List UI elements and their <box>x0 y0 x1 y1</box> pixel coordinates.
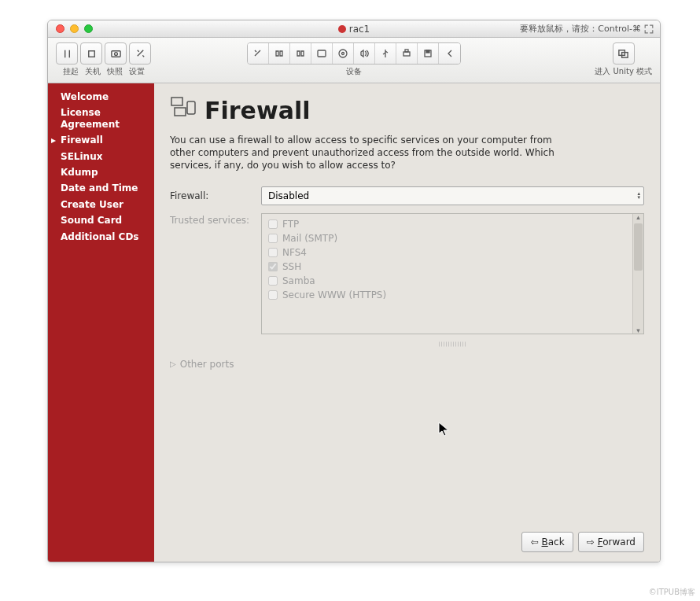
titlebar: rac1 要释放鼠标，请按：Control-⌘ <box>48 20 660 38</box>
service-checkbox[interactable] <box>268 248 278 257</box>
svg-rect-0 <box>88 50 94 57</box>
arrow-right-icon: ⇨ <box>587 536 595 548</box>
service-label: NFS4 <box>282 247 307 258</box>
svg-rect-3 <box>318 50 326 57</box>
sidebar-item-date[interactable]: Date and Time <box>54 183 148 194</box>
service-label: Mail (SMTP) <box>282 233 337 244</box>
services-scrollbar[interactable] <box>632 214 643 334</box>
services-row: Trusted services: FTP Mail (SMTP) NFS4 S… <box>170 213 644 334</box>
other-ports-expander[interactable]: ▷ Other ports <box>170 359 644 370</box>
power-group: 挂起 关机 快照 设置 <box>56 42 151 77</box>
devices-label: 设备 <box>346 66 362 77</box>
chevron-right-icon: ▷ <box>170 359 176 368</box>
power-labels: 挂起 关机 快照 设置 <box>63 66 145 77</box>
sidebar: Welcome License Agreement Firewall SELin… <box>48 83 154 562</box>
firewall-row: Firewall: Disabled ▴▾ <box>170 186 644 205</box>
svg-rect-1 <box>111 50 120 57</box>
service-checkbox[interactable] <box>268 276 278 286</box>
trusted-services-label: Trusted services: <box>170 215 256 226</box>
firewall-icon <box>170 94 198 126</box>
sidebar-item-selinux[interactable]: SELinux <box>54 151 148 162</box>
firewall-label: Firewall: <box>170 190 256 201</box>
expand-icon[interactable] <box>644 24 654 34</box>
service-label: Secure WWW (HTTPS) <box>282 289 386 300</box>
svg-rect-6 <box>403 52 410 56</box>
chevron-left-icon[interactable] <box>439 43 460 64</box>
service-ftp[interactable]: FTP <box>262 217 632 231</box>
sidebar-item-cds[interactable]: Additional CDs <box>54 231 148 242</box>
window-controls <box>48 24 93 33</box>
resize-grip-icon[interactable]: |||||||||||| <box>261 341 644 346</box>
other-ports-label: Other ports <box>180 359 234 370</box>
vm-window: rac1 要释放鼠标，请按：Control-⌘ 挂起 关机 快照 设置 <box>47 20 661 562</box>
service-checkbox[interactable] <box>268 234 278 243</box>
unity-group: 进入 Unity 模式 <box>595 42 652 77</box>
cd-icon[interactable] <box>333 43 354 64</box>
service-label: SSH <box>282 261 301 272</box>
zoom-icon[interactable] <box>84 24 93 33</box>
snapshot-button[interactable] <box>105 42 127 65</box>
svg-rect-13 <box>175 108 186 116</box>
service-label: FTP <box>282 219 299 230</box>
svg-rect-9 <box>426 50 429 53</box>
toolbar: 挂起 关机 快照 设置 设备 进入 Unity <box>48 38 660 83</box>
svg-point-2 <box>114 52 117 55</box>
service-https[interactable]: Secure WWW (HTTPS) <box>262 288 632 302</box>
close-icon[interactable] <box>56 24 64 33</box>
firewall-combo[interactable]: Disabled ▴▾ <box>261 186 644 205</box>
unity-button[interactable] <box>613 42 635 65</box>
settings-button[interactable] <box>129 42 151 65</box>
forward-button[interactable]: ⇨ Forward <box>578 532 644 552</box>
sidebar-item-kdump[interactable]: Kdump <box>54 167 148 178</box>
sound-icon[interactable] <box>354 43 375 64</box>
service-mail[interactable]: Mail (SMTP) <box>262 231 632 245</box>
watermark: ©ITPUB博客 <box>649 587 695 598</box>
wrench-icon[interactable] <box>248 43 269 64</box>
description: You can use a firewall to allow access t… <box>170 134 579 172</box>
network1-icon[interactable] <box>269 43 290 64</box>
back-button[interactable]: ⇦ Back <box>521 532 573 552</box>
svg-point-5 <box>342 53 344 55</box>
network2-icon[interactable] <box>290 43 311 64</box>
footer: ⇦ Back ⇨ Forward <box>170 527 644 552</box>
printer-icon[interactable] <box>396 43 418 64</box>
sidebar-item-welcome[interactable]: Welcome <box>54 91 148 102</box>
services-list: FTP Mail (SMTP) NFS4 SSH Samba Secure WW… <box>261 213 644 334</box>
main-panel: Firewall You can use a firewall to allow… <box>154 83 660 562</box>
service-checkbox[interactable] <box>268 219 278 229</box>
usb-icon[interactable] <box>375 43 396 64</box>
unity-label: 进入 Unity 模式 <box>595 66 652 77</box>
arrow-left-icon: ⇦ <box>530 536 538 548</box>
devices-group: 设备 <box>247 42 461 77</box>
sidebar-item-user[interactable]: Create User <box>54 199 148 210</box>
svg-point-4 <box>339 50 347 57</box>
service-checkbox[interactable] <box>268 262 278 271</box>
sidebar-item-firewall[interactable]: Firewall <box>54 135 148 146</box>
sidebar-item-sound[interactable]: Sound Card <box>54 215 148 226</box>
sidebar-item-license[interactable]: License Agreement <box>54 107 148 130</box>
mouse-release-hint: 要释放鼠标，请按：Control-⌘ <box>520 20 654 37</box>
combo-spinner-icon[interactable]: ▴▾ <box>637 192 640 200</box>
service-checkbox[interactable] <box>268 290 278 300</box>
suspend-button[interactable] <box>56 42 78 65</box>
minimize-icon[interactable] <box>70 24 79 33</box>
installer-content: Welcome License Agreement Firewall SELin… <box>48 83 660 562</box>
device-icons[interactable] <box>247 42 461 65</box>
service-samba[interactable]: Samba <box>262 274 632 288</box>
vmware-icon <box>338 25 346 33</box>
svg-rect-14 <box>187 101 195 114</box>
page-title: Firewall <box>204 97 310 124</box>
shutdown-button[interactable] <box>80 42 102 65</box>
service-ssh[interactable]: SSH <box>262 260 632 274</box>
disk-icon[interactable] <box>311 43 333 64</box>
floppy-icon[interactable] <box>418 43 439 64</box>
firewall-value: Disabled <box>268 190 309 201</box>
page-heading: Firewall <box>170 94 644 126</box>
svg-rect-12 <box>171 98 182 105</box>
svg-rect-7 <box>405 50 408 52</box>
service-label: Samba <box>282 275 315 286</box>
service-nfs4[interactable]: NFS4 <box>262 245 632 260</box>
